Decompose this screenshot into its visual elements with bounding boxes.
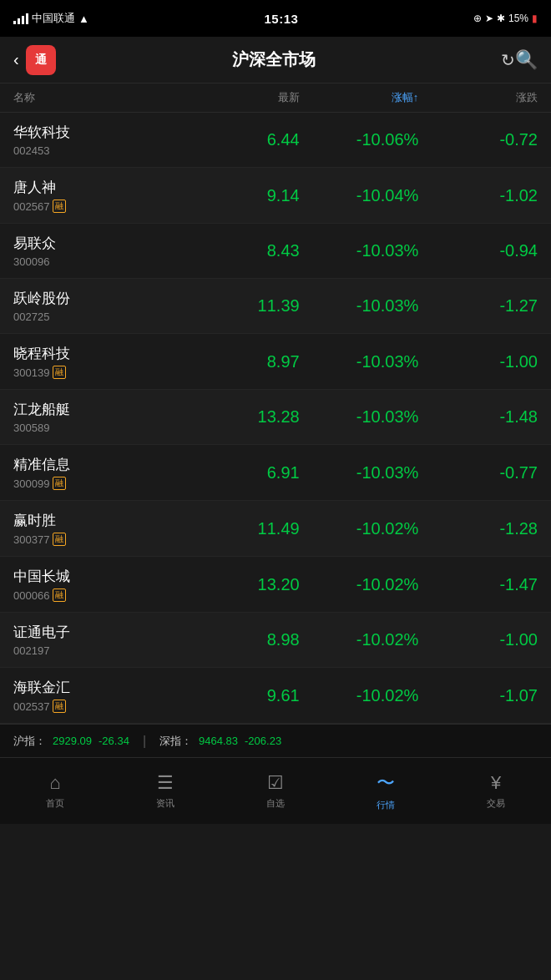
stock-price: 6.91	[180, 463, 300, 482]
stock-row[interactable]: 易联众 300096 8.43 -10.03% -0.94	[0, 224, 551, 279]
stock-code: 002453	[13, 144, 49, 157]
signal-icon	[13, 13, 28, 24]
stock-row[interactable]: 华软科技 002453 6.44 -10.06% -0.72	[0, 113, 551, 168]
stock-change-pct: -10.02%	[300, 686, 419, 705]
stock-name: 海联金汇	[13, 678, 180, 697]
stock-name: 易联众	[13, 234, 180, 253]
stock-change-val: -0.77	[418, 463, 538, 482]
tab-home[interactable]: ⌂ 首页	[0, 772, 110, 810]
app-logo[interactable]: 通	[26, 45, 56, 75]
stock-name-col: 中国长城 000066 融	[13, 567, 180, 602]
stock-name: 唐人神	[13, 178, 180, 197]
stock-code-row: 002567 融	[13, 200, 180, 213]
stock-name: 中国长城	[13, 567, 180, 586]
stock-change-pct: -10.03%	[300, 241, 419, 260]
trade-tab-icon: ¥	[491, 772, 501, 794]
stock-code-row: 300377 融	[13, 533, 180, 546]
sh-index-diff: -26.34	[99, 735, 129, 747]
rong-badge: 融	[53, 477, 66, 490]
stock-name: 晓程科技	[13, 344, 180, 363]
logo-text: 通	[35, 53, 47, 68]
stock-name: 精准信息	[13, 455, 180, 474]
stock-code-row: 002197	[13, 644, 180, 657]
tab-watchlist[interactable]: ☑ 自选	[220, 772, 331, 810]
status-bar: 中国联通 ▲ 15:13 ⊕ ➤ ✱ 15% ▮	[0, 0, 551, 37]
stock-name: 赢时胜	[13, 511, 180, 530]
stock-change-val: -0.94	[418, 241, 538, 260]
home-tab-label: 首页	[46, 797, 64, 810]
stock-change-val: -0.72	[418, 130, 538, 149]
back-button[interactable]: ‹	[13, 50, 19, 69]
nav-bar: ‹ 通 沪深全市场 ↻ 🔍	[0, 37, 551, 83]
stock-row[interactable]: 精准信息 300099 融 6.91 -10.03% -0.77	[0, 445, 551, 501]
stock-code-row: 300096	[13, 255, 180, 268]
stock-code-row: 000066 融	[13, 589, 180, 602]
stock-change-val: -1.02	[418, 186, 538, 205]
stock-name-col: 跃岭股份 002725	[13, 289, 180, 323]
index-bar: 沪指： 2929.09 -26.34 | 深指： 9464.83 -206.23	[0, 724, 551, 757]
stock-name-col: 精准信息 300099 融	[13, 455, 180, 490]
tab-market[interactable]: 〜 行情	[331, 770, 441, 811]
stock-row[interactable]: 海联金汇 002537 融 9.61 -10.02% -1.07	[0, 668, 551, 724]
stock-code: 002567	[13, 200, 49, 213]
stock-code: 002197	[13, 644, 49, 657]
status-left: 中国联通 ▲	[13, 11, 89, 26]
stock-row[interactable]: 赢时胜 300377 融 11.49 -10.02% -1.28	[0, 501, 551, 557]
col-latest: 最新	[180, 90, 300, 105]
stock-code: 000066	[13, 589, 49, 602]
nav-left: ‹ 通	[13, 45, 56, 75]
stock-row[interactable]: 跃岭股份 002725 11.39 -10.03% -1.27	[0, 279, 551, 334]
stock-name-col: 晓程科技 300139 融	[13, 344, 180, 379]
index-separator: |	[143, 734, 146, 749]
stock-name: 跃岭股份	[13, 289, 180, 308]
stock-row[interactable]: 证通电子 002197 8.98 -10.02% -1.00	[0, 613, 551, 668]
stock-name: 华软科技	[13, 123, 180, 142]
stock-change-pct: -10.02%	[300, 630, 419, 649]
tab-trade[interactable]: ¥ 交易	[441, 772, 551, 810]
stock-code: 300377	[13, 533, 49, 546]
market-tab-icon: 〜	[377, 770, 395, 796]
stock-price: 9.61	[180, 686, 300, 705]
stock-code: 300139	[13, 366, 49, 379]
col-change-pct[interactable]: 涨幅↑	[300, 90, 419, 105]
rong-badge: 融	[53, 533, 66, 546]
search-icon[interactable]: 🔍	[515, 49, 538, 71]
stock-code-row: 002537 融	[13, 700, 180, 713]
battery-label: 15%	[508, 13, 528, 24]
stock-row[interactable]: 江龙船艇 300589 13.28 -10.03% -1.48	[0, 390, 551, 445]
stock-row[interactable]: 唐人神 002567 融 9.14 -10.04% -1.02	[0, 168, 551, 224]
rong-badge: 融	[53, 589, 66, 602]
sz-index-diff: -206.23	[245, 735, 281, 747]
stock-change-pct: -10.03%	[300, 352, 419, 371]
sz-index-value: 9464.83	[199, 735, 238, 747]
rong-badge: 融	[53, 200, 66, 213]
stock-price: 11.49	[180, 519, 300, 538]
stock-code: 300096	[13, 255, 49, 268]
refresh-icon[interactable]: ↻	[501, 50, 515, 70]
wifi-icon: ▲	[78, 13, 89, 25]
stock-code-row: 002725	[13, 311, 180, 323]
stock-name: 证通电子	[13, 623, 180, 642]
stock-code-row: 300099 融	[13, 477, 180, 490]
stock-code-row: 300589	[13, 422, 180, 434]
stock-change-pct: -10.03%	[300, 463, 419, 482]
stock-name-col: 江龙船艇 300589	[13, 400, 180, 434]
stock-row[interactable]: 晓程科技 300139 融 8.97 -10.03% -1.00	[0, 334, 551, 390]
stock-name: 江龙船艇	[13, 400, 180, 419]
carrier-label: 中国联通	[32, 11, 75, 26]
stock-price: 11.39	[180, 296, 300, 316]
stock-code: 300099	[13, 477, 49, 490]
stock-change-pct: -10.02%	[300, 575, 419, 594]
status-time: 15:13	[264, 12, 298, 26]
direction-icon: ➤	[485, 13, 493, 24]
sh-index-value: 2929.09	[53, 735, 92, 747]
stock-name-col: 海联金汇 002537 融	[13, 678, 180, 713]
stock-row[interactable]: 中国长城 000066 融 13.20 -10.02% -1.47	[0, 557, 551, 613]
rong-badge: 融	[53, 700, 66, 713]
tab-news[interactable]: ☰ 资讯	[110, 772, 220, 810]
news-tab-icon: ☰	[157, 772, 174, 794]
col-change-val: 涨跌	[418, 90, 538, 105]
stock-price: 13.28	[180, 407, 300, 427]
stock-price: 8.43	[180, 241, 300, 260]
stock-code-row: 002453	[13, 144, 180, 157]
